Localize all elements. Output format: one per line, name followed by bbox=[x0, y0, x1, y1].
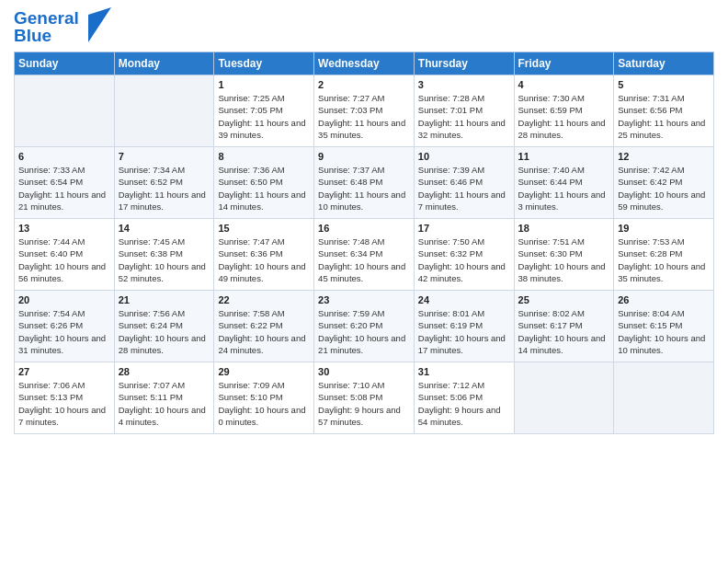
page: General Blue SundayMondayTuesdayWednesda… bbox=[0, 0, 728, 563]
day-number: 30 bbox=[318, 366, 410, 377]
calendar-cell: 25Sunrise: 8:02 AMSunset: 6:17 PMDayligh… bbox=[514, 291, 614, 362]
calendar-cell: 6Sunrise: 7:33 AMSunset: 6:54 PMDaylight… bbox=[15, 147, 115, 219]
logo-line1: General bbox=[14, 9, 79, 27]
calendar-cell: 22Sunrise: 7:58 AMSunset: 6:22 PMDayligh… bbox=[214, 291, 314, 362]
calendar-cell: 30Sunrise: 7:10 AMSunset: 5:08 PMDayligh… bbox=[314, 362, 415, 434]
day-info: Sunrise: 7:07 AMSunset: 5:11 PMDaylight:… bbox=[119, 379, 210, 428]
calendar-cell: 8Sunrise: 7:36 AMSunset: 6:50 PMDaylight… bbox=[214, 147, 314, 219]
weekday-header-thursday: Thursday bbox=[414, 52, 514, 75]
calendar-cell: 9Sunrise: 7:37 AMSunset: 6:48 PMDaylight… bbox=[314, 147, 415, 219]
day-info: Sunrise: 7:54 AMSunset: 6:26 PMDaylight:… bbox=[18, 307, 110, 356]
day-number: 10 bbox=[418, 151, 510, 162]
day-info: Sunrise: 7:40 AMSunset: 6:44 PMDaylight:… bbox=[518, 164, 610, 213]
calendar-cell: 7Sunrise: 7:34 AMSunset: 6:52 PMDaylight… bbox=[114, 147, 214, 219]
logo-icon bbox=[84, 7, 111, 42]
day-info: Sunrise: 7:59 AMSunset: 6:20 PMDaylight:… bbox=[318, 307, 410, 356]
day-info: Sunrise: 7:45 AMSunset: 6:38 PMDaylight:… bbox=[119, 236, 210, 284]
day-info: Sunrise: 7:36 AMSunset: 6:50 PMDaylight:… bbox=[218, 164, 310, 213]
calendar-cell: 21Sunrise: 7:56 AMSunset: 6:24 PMDayligh… bbox=[114, 291, 214, 362]
weekday-header-sunday: Sunday bbox=[15, 52, 115, 75]
calendar-cell: 10Sunrise: 7:39 AMSunset: 6:46 PMDayligh… bbox=[414, 147, 514, 219]
day-info: Sunrise: 7:25 AMSunset: 7:05 PMDaylight:… bbox=[218, 92, 310, 141]
calendar-cell: 24Sunrise: 8:01 AMSunset: 6:19 PMDayligh… bbox=[414, 291, 514, 362]
day-number: 7 bbox=[119, 151, 210, 162]
day-info: Sunrise: 7:50 AMSunset: 6:32 PMDaylight:… bbox=[418, 236, 510, 284]
calendar-cell: 17Sunrise: 7:50 AMSunset: 6:32 PMDayligh… bbox=[414, 219, 514, 291]
calendar-cell bbox=[15, 75, 115, 147]
calendar-cell: 1Sunrise: 7:25 AMSunset: 7:05 PMDaylight… bbox=[214, 75, 314, 147]
day-info: Sunrise: 7:30 AMSunset: 6:59 PMDaylight:… bbox=[518, 92, 610, 141]
day-number: 26 bbox=[618, 294, 710, 305]
day-number: 3 bbox=[418, 79, 510, 90]
weekday-header-tuesday: Tuesday bbox=[214, 52, 314, 75]
calendar-cell: 23Sunrise: 7:59 AMSunset: 6:20 PMDayligh… bbox=[314, 291, 415, 362]
calendar-cell: 11Sunrise: 7:40 AMSunset: 6:44 PMDayligh… bbox=[514, 147, 614, 219]
calendar-cell: 3Sunrise: 7:28 AMSunset: 7:01 PMDaylight… bbox=[414, 75, 514, 147]
weekday-header-monday: Monday bbox=[114, 52, 214, 75]
day-number: 31 bbox=[418, 366, 510, 377]
day-info: Sunrise: 7:42 AMSunset: 6:42 PMDaylight:… bbox=[618, 164, 710, 213]
day-number: 28 bbox=[119, 366, 210, 377]
week-row-4: 20Sunrise: 7:54 AMSunset: 6:26 PMDayligh… bbox=[15, 291, 714, 362]
day-number: 18 bbox=[518, 223, 610, 234]
day-info: Sunrise: 8:02 AMSunset: 6:17 PMDaylight:… bbox=[518, 307, 610, 356]
day-info: Sunrise: 7:27 AMSunset: 7:03 PMDaylight:… bbox=[318, 92, 410, 141]
header: General Blue bbox=[14, 9, 714, 44]
day-info: Sunrise: 7:10 AMSunset: 5:08 PMDaylight:… bbox=[318, 379, 410, 428]
day-number: 19 bbox=[618, 223, 710, 234]
calendar-cell: 18Sunrise: 7:51 AMSunset: 6:30 PMDayligh… bbox=[514, 219, 614, 291]
day-info: Sunrise: 7:28 AMSunset: 7:01 PMDaylight:… bbox=[418, 92, 510, 141]
day-number: 15 bbox=[218, 223, 310, 234]
logo-line2: Blue bbox=[14, 27, 79, 44]
week-row-2: 6Sunrise: 7:33 AMSunset: 6:54 PMDaylight… bbox=[15, 147, 714, 219]
calendar-cell: 27Sunrise: 7:06 AMSunset: 5:13 PMDayligh… bbox=[15, 362, 115, 434]
day-number: 17 bbox=[418, 223, 510, 234]
day-number: 23 bbox=[318, 294, 410, 305]
day-number: 11 bbox=[518, 151, 610, 162]
day-number: 2 bbox=[318, 79, 410, 90]
day-number: 14 bbox=[119, 223, 210, 234]
calendar-cell: 5Sunrise: 7:31 AMSunset: 6:56 PMDaylight… bbox=[614, 75, 714, 147]
day-info: Sunrise: 7:06 AMSunset: 5:13 PMDaylight:… bbox=[18, 379, 110, 428]
day-info: Sunrise: 7:31 AMSunset: 6:56 PMDaylight:… bbox=[618, 92, 710, 141]
calendar-cell: 31Sunrise: 7:12 AMSunset: 5:06 PMDayligh… bbox=[414, 362, 514, 434]
calendar-cell: 15Sunrise: 7:47 AMSunset: 6:36 PMDayligh… bbox=[214, 219, 314, 291]
day-info: Sunrise: 8:01 AMSunset: 6:19 PMDaylight:… bbox=[418, 307, 510, 356]
calendar-cell: 19Sunrise: 7:53 AMSunset: 6:28 PMDayligh… bbox=[614, 219, 714, 291]
day-info: Sunrise: 7:34 AMSunset: 6:52 PMDaylight:… bbox=[119, 164, 210, 213]
day-info: Sunrise: 7:37 AMSunset: 6:48 PMDaylight:… bbox=[318, 164, 410, 213]
calendar-cell: 2Sunrise: 7:27 AMSunset: 7:03 PMDaylight… bbox=[314, 75, 415, 147]
day-number: 1 bbox=[218, 79, 310, 90]
calendar-cell: 14Sunrise: 7:45 AMSunset: 6:38 PMDayligh… bbox=[114, 219, 214, 291]
calendar-cell: 26Sunrise: 8:04 AMSunset: 6:15 PMDayligh… bbox=[614, 291, 714, 362]
calendar-cell: 29Sunrise: 7:09 AMSunset: 5:10 PMDayligh… bbox=[214, 362, 314, 434]
weekday-header-wednesday: Wednesday bbox=[314, 52, 415, 75]
weekday-header-friday: Friday bbox=[514, 52, 614, 75]
day-info: Sunrise: 7:47 AMSunset: 6:36 PMDaylight:… bbox=[218, 236, 310, 284]
logo: General Blue bbox=[14, 9, 111, 44]
day-number: 16 bbox=[318, 223, 410, 234]
day-info: Sunrise: 7:58 AMSunset: 6:22 PMDaylight:… bbox=[218, 307, 310, 356]
calendar-cell bbox=[514, 362, 614, 434]
day-info: Sunrise: 8:04 AMSunset: 6:15 PMDaylight:… bbox=[618, 307, 710, 356]
calendar-cell: 12Sunrise: 7:42 AMSunset: 6:42 PMDayligh… bbox=[614, 147, 714, 219]
day-info: Sunrise: 7:51 AMSunset: 6:30 PMDaylight:… bbox=[518, 236, 610, 284]
day-number: 24 bbox=[418, 294, 510, 305]
calendar-cell: 16Sunrise: 7:48 AMSunset: 6:34 PMDayligh… bbox=[314, 219, 415, 291]
day-number: 6 bbox=[18, 151, 110, 162]
day-number: 9 bbox=[318, 151, 410, 162]
weekday-header-saturday: Saturday bbox=[614, 52, 714, 75]
calendar-cell: 28Sunrise: 7:07 AMSunset: 5:11 PMDayligh… bbox=[114, 362, 214, 434]
svg-marker-0 bbox=[88, 7, 111, 42]
day-number: 8 bbox=[218, 151, 310, 162]
day-info: Sunrise: 7:56 AMSunset: 6:24 PMDaylight:… bbox=[119, 307, 210, 356]
day-number: 22 bbox=[218, 294, 310, 305]
day-info: Sunrise: 7:33 AMSunset: 6:54 PMDaylight:… bbox=[18, 164, 110, 213]
day-number: 12 bbox=[618, 151, 710, 162]
day-number: 27 bbox=[18, 366, 110, 377]
day-info: Sunrise: 7:44 AMSunset: 6:40 PMDaylight:… bbox=[18, 236, 110, 284]
calendar-table: SundayMondayTuesdayWednesdayThursdayFrid… bbox=[14, 52, 714, 434]
day-info: Sunrise: 7:39 AMSunset: 6:46 PMDaylight:… bbox=[418, 164, 510, 213]
calendar-cell bbox=[614, 362, 714, 434]
calendar-cell: 4Sunrise: 7:30 AMSunset: 6:59 PMDaylight… bbox=[514, 75, 614, 147]
